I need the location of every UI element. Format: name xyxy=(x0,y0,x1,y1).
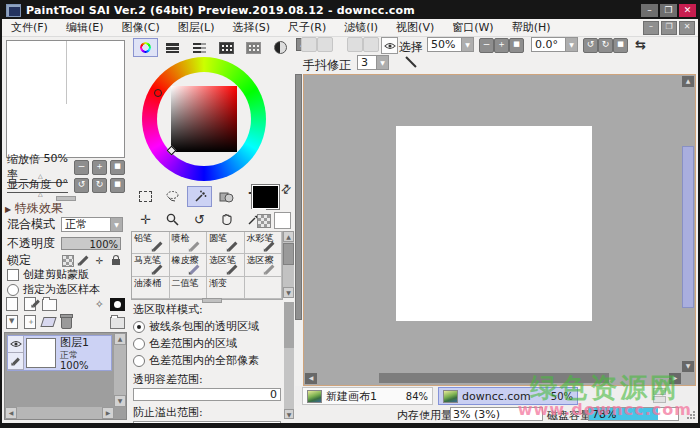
canvas-rotate-cw-button[interactable]: ↻ xyxy=(598,38,613,53)
clear-layer-icon[interactable] xyxy=(40,317,56,327)
transparent-color-swatch[interactable] xyxy=(257,214,271,228)
zoom-reset-button[interactable]: ■ xyxy=(110,160,125,175)
menu-select[interactable]: 选择(S) xyxy=(223,20,279,35)
canvas-zoom-combo[interactable]: 50% ▼ xyxy=(427,37,474,52)
menu-file[interactable]: 文件(F) xyxy=(2,20,57,35)
scroll-up-icon[interactable]: ▲ xyxy=(114,333,126,345)
tab-scroll-next-button[interactable] xyxy=(653,396,666,403)
tab-hsv-sliders[interactable] xyxy=(187,38,212,57)
zoom-out-button[interactable]: − xyxy=(74,160,89,175)
menu-view[interactable]: 视图(V) xyxy=(387,20,443,35)
saturation-value-square[interactable] xyxy=(171,86,237,152)
menu-image[interactable]: 图像(C) xyxy=(112,20,168,35)
undo-button[interactable] xyxy=(301,37,317,52)
menu-window[interactable]: 窗口(W) xyxy=(443,20,502,35)
menu-help[interactable]: 帮助(H) xyxy=(503,20,560,35)
canvas-hscrollbar[interactable]: ◀ ▶ xyxy=(305,373,681,384)
dropdown-arrow-icon[interactable]: ▼ xyxy=(110,218,122,231)
brush-binary-pen[interactable]: 二值笔 xyxy=(170,277,208,299)
tab-rgb-sliders[interactable] xyxy=(160,38,185,57)
layer-mask-icon[interactable] xyxy=(110,298,125,311)
navigator-preview[interactable] xyxy=(6,40,125,158)
radio-icon[interactable] xyxy=(133,338,145,350)
duplicate-layer-icon[interactable] xyxy=(110,317,125,329)
angle-reset-button[interactable]: ■ xyxy=(110,178,125,193)
canvas-vscroll-thumb[interactable] xyxy=(682,146,694,308)
tab-downcc[interactable]: downcc.com 50% xyxy=(438,387,578,405)
doc-close-button[interactable]: ✕ xyxy=(679,21,695,35)
delete-layer-icon[interactable] xyxy=(61,316,72,329)
rotate-cw-button[interactable]: ↻ xyxy=(92,178,107,193)
rect-select-tool[interactable] xyxy=(133,186,158,207)
show-selection-button[interactable] xyxy=(381,37,398,54)
magic-wand-tool[interactable] xyxy=(187,186,212,207)
layer-list-hscrollbar[interactable]: ◀ ▶ xyxy=(5,407,114,419)
zoom-tool[interactable] xyxy=(160,209,185,230)
special-effects-header[interactable]: ▶ 特殊效果 xyxy=(5,200,63,217)
menu-layer[interactable]: 图层(L) xyxy=(169,20,224,35)
deselect-button[interactable] xyxy=(347,37,363,52)
hue-jitter-icon[interactable]: ✧ xyxy=(95,298,104,311)
brush-pencil[interactable]: 铅笔 xyxy=(132,232,170,254)
clipping-mask-checkbox[interactable] xyxy=(7,269,19,281)
layer-visibility-eye-icon[interactable] xyxy=(8,336,23,353)
tab-custom-palette[interactable] xyxy=(241,38,266,57)
canvas-zoom-in-button[interactable]: ＋ xyxy=(494,38,509,53)
blend-mode-select[interactable]: 正常 ▼ xyxy=(61,217,123,232)
rotate-view-tool[interactable]: ↺ xyxy=(187,209,212,230)
line-smoothing-icon[interactable] xyxy=(403,55,417,69)
redo-button[interactable] xyxy=(317,37,333,52)
option-color-range-area[interactable]: 色差范围内的区域 xyxy=(133,336,283,351)
doc-restore-button[interactable]: ❐ xyxy=(661,21,677,35)
transfer-down-icon[interactable]: ▼ xyxy=(6,315,18,329)
background-color-swatch[interactable] xyxy=(274,212,291,229)
canvas-zoom-reset-button[interactable]: ■ xyxy=(509,38,524,53)
selection-sample-radio[interactable] xyxy=(7,284,19,296)
brush-selection-pen[interactable]: 选区笔 xyxy=(207,254,245,276)
new-vector-layer-icon[interactable] xyxy=(24,297,36,311)
menu-filter[interactable]: 滤镜(I) xyxy=(335,20,387,35)
select-shape-tool[interactable] xyxy=(214,186,239,207)
new-folder-icon[interactable] xyxy=(42,299,57,311)
opacity-slider[interactable]: 100% xyxy=(61,237,121,250)
tab-new-canvas[interactable]: 新建画布1 84% xyxy=(302,387,433,405)
menu-ruler[interactable]: 尺子(R) xyxy=(279,20,335,35)
option-color-range-pixels[interactable]: 色差范围内的全部像素 xyxy=(133,353,283,368)
canvas-angle-reset-button[interactable]: ■ xyxy=(613,38,628,53)
layer-paint-mode-icon[interactable] xyxy=(8,353,23,370)
lasso-tool[interactable] xyxy=(160,186,185,207)
brush-selection-eraser[interactable]: 选区擦 xyxy=(245,254,283,276)
angle-slider-marker[interactable]: △ xyxy=(38,190,43,197)
layer-list-vscrollbar[interactable]: ▲ ▼ xyxy=(114,333,126,407)
brush-bucket[interactable]: 油漆桶 xyxy=(132,277,170,299)
color-wheel[interactable] xyxy=(142,57,266,181)
brush-airbrush[interactable]: 喷枪 xyxy=(170,232,208,254)
hue-marker[interactable] xyxy=(154,89,162,97)
rotate-ccw-button[interactable]: ↺ xyxy=(74,178,89,193)
tab-color-mixer[interactable] xyxy=(268,38,293,57)
brush-gradient[interactable]: 渐变 xyxy=(207,277,245,299)
merge-down-icon[interactable]: ＋ xyxy=(24,315,36,329)
tab-scroll-prev-button[interactable] xyxy=(653,388,666,395)
panel-vscrollbar[interactable]: ▼ xyxy=(284,302,294,419)
swap-colors-icon[interactable]: ⇄ xyxy=(278,180,295,197)
canvas-scroll-down-icon[interactable]: ▼ xyxy=(682,361,694,372)
dropdown-arrow-icon[interactable]: ▼ xyxy=(376,56,388,69)
move-tool[interactable]: ✛ xyxy=(133,209,158,230)
lock-all-icon[interactable] xyxy=(109,255,122,267)
menu-edit[interactable]: 编辑(E) xyxy=(57,20,113,35)
panel-splitter[interactable] xyxy=(295,74,302,320)
zoom-in-button[interactable]: ＋ xyxy=(92,160,107,175)
dropdown-arrow-icon[interactable]: ▼ xyxy=(461,38,473,51)
drawing-canvas[interactable] xyxy=(396,126,592,321)
close-button[interactable]: ✕ xyxy=(679,4,696,17)
foreground-color-swatch[interactable] xyxy=(251,184,280,210)
canvas-scroll-up-icon[interactable]: ▲ xyxy=(682,76,694,87)
brush-watercolor[interactable]: 水彩笔 xyxy=(245,232,283,254)
tab-color-swatches[interactable] xyxy=(214,38,239,57)
brush-scroll-down-icon[interactable]: ▼ xyxy=(283,287,294,298)
scroll-right-icon[interactable]: ▶ xyxy=(102,407,114,419)
panel-scroll-down-icon[interactable]: ▼ xyxy=(284,409,294,419)
hand-tool[interactable] xyxy=(214,209,239,230)
lock-paint-icon[interactable] xyxy=(77,255,90,267)
